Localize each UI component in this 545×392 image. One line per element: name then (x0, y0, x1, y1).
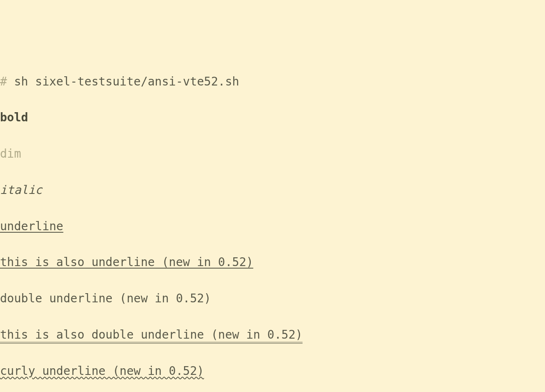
command-line: # sh sixel-testsuite/ansi-vte52.sh (0, 73, 545, 90)
line-also-underline: this is also underline (new in 0.52) (0, 253, 545, 271)
text-also-underline: this is also underline (new in 0.52) (0, 255, 253, 269)
line-italic: italic (0, 181, 545, 199)
prompt-hash: # (0, 75, 14, 88)
line-double-underline: double underline (new in 0.52) (0, 289, 545, 307)
text-curly-underline: curly underline (new in 0.52) (0, 364, 204, 378)
text-bold: bold (0, 111, 28, 124)
line-dim: dim (0, 145, 545, 163)
text-also-double-underline: this is also double underline (new in 0.… (0, 328, 303, 344)
prompt-command[interactable]: sh sixel-testsuite/ansi-vte52.sh (14, 75, 239, 88)
text-double-underline: double underline (new in 0.52) (0, 291, 211, 305)
line-curly-underline: curly underline (new in 0.52) (0, 362, 545, 380)
line-also-double-underline: this is also double underline (new in 0.… (0, 326, 545, 344)
text-underline: underline (0, 219, 63, 233)
text-italic: italic (0, 183, 42, 197)
line-bold: bold (0, 108, 545, 126)
line-underline: underline (0, 217, 545, 235)
text-dim: dim (0, 147, 21, 161)
